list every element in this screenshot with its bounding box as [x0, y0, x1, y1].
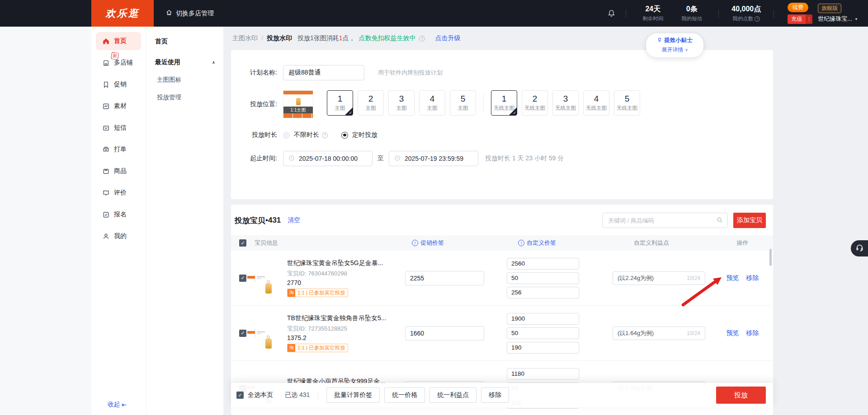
- product-title[interactable]: TB世纪缘珠宝黄金独角兽吊坠女5...: [287, 314, 394, 322]
- radio-scheduled[interactable]: [341, 132, 348, 139]
- benefit-input[interactable]: (以2.24g为例)10/24: [613, 271, 705, 285]
- position-card-wireless-1[interactable]: 1无线主图: [491, 90, 517, 116]
- time-range-row: 起止时间: 2025-07-18 00:00:00 至 2025-07-19 2…: [245, 151, 773, 166]
- position-card-pc-5[interactable]: 5主图: [450, 90, 476, 116]
- table-scrollbar-thumb[interactable]: [769, 249, 772, 266]
- topbar-divider: [626, 9, 626, 18]
- sidebar-item-material[interactable]: 素材: [96, 97, 141, 115]
- batch-calc-button[interactable]: 批量计算价签: [326, 387, 380, 403]
- custom-price-input-2[interactable]: [507, 327, 579, 339]
- product-title[interactable]: 世纪缘珠宝黄金吊坠女5G足金暴...: [287, 259, 394, 267]
- start-time-picker[interactable]: 2025-07-18 00:00:00: [283, 151, 373, 166]
- sidebar-item-profile[interactable]: 我的: [96, 227, 141, 245]
- notification-bell-icon[interactable]: [607, 9, 616, 18]
- position-card-pc-3[interactable]: 3主图: [388, 90, 415, 116]
- topbar-divider-2: [718, 9, 719, 18]
- custom-price-input-3[interactable]: [507, 342, 579, 354]
- row-checkbox[interactable]: [239, 330, 246, 337]
- switch-store-button[interactable]: 切换多店管理: [165, 9, 214, 18]
- promo-price-input[interactable]: [405, 271, 484, 285]
- custom-price-input-3[interactable]: [507, 287, 579, 298]
- benefit-help-icon[interactable]: [419, 36, 425, 42]
- tip-title-row[interactable]: 提效小贴士: [646, 37, 703, 44]
- header-promo-price[interactable]: 促销价签: [401, 239, 507, 247]
- breadcrumb-parent[interactable]: 主图水印: [232, 34, 258, 42]
- header-custom-price[interactable]: 自定义价签: [507, 239, 591, 247]
- sidebar-item-label: 多店铺: [114, 59, 133, 67]
- position-card-wireless-5[interactable]: 5无线主图: [614, 90, 640, 116]
- row-checkbox[interactable]: [239, 275, 246, 282]
- position-card-wireless-3[interactable]: 3无线主图: [552, 90, 579, 116]
- select-all-checkbox[interactable]: [239, 239, 246, 247]
- main-content: 主图水印 / 投放水印 投放1张图消耗1点， 点数免扣权益生效中 点击升级 计划…: [223, 27, 868, 415]
- preview-link[interactable]: 预览: [726, 274, 739, 282]
- tip-expand-button[interactable]: 展开详情 ∨: [646, 46, 703, 54]
- custom-price-input-1[interactable]: [507, 368, 579, 380]
- points-stat: 40,000点 我的点数: [731, 5, 761, 22]
- sidebar-item-signup[interactable]: 报名: [96, 205, 141, 224]
- custom-price-input-1[interactable]: [507, 313, 579, 325]
- sidebar-item-home[interactable]: 首页: [96, 32, 141, 50]
- submenu-recent-group[interactable]: 最近使用 ∧: [146, 58, 223, 66]
- preview-link[interactable]: 预览: [726, 329, 739, 337]
- custom-price-input-2[interactable]: [507, 272, 579, 284]
- left-gutter: [0, 27, 91, 415]
- submenu-item-launch-manage[interactable]: 投放管理: [146, 93, 223, 102]
- position-preview-thumb[interactable]: 1:1主图: [283, 90, 313, 118]
- position-card-wireless-2[interactable]: 2无线主图: [522, 90, 548, 116]
- position-card-wireless-4[interactable]: 4无线主图: [583, 90, 609, 116]
- search-icon[interactable]: [716, 216, 723, 224]
- renew-button[interactable]: 续费: [788, 3, 808, 12]
- product-image[interactable]: [255, 274, 255, 282]
- thumb-pendant: [296, 98, 301, 105]
- sidebar-item-goods[interactable]: 商品: [96, 162, 141, 180]
- submenu-item-main-image-icon[interactable]: 主图图标: [146, 76, 223, 84]
- recharge-more-icon[interactable]: ⋮: [806, 14, 812, 24]
- launch-button[interactable]: 投放: [716, 387, 766, 404]
- plan-name-input[interactable]: [283, 65, 364, 80]
- breadcrumb-separator: /: [261, 35, 263, 42]
- radio-unlimited-label[interactable]: 不限时长: [294, 131, 319, 139]
- product-image[interactable]: [255, 329, 255, 337]
- position-card-pc-4[interactable]: 4主图: [419, 90, 445, 116]
- collapse-sidebar-button[interactable]: 收起 ⇤: [108, 401, 127, 409]
- promo-price-input[interactable]: [405, 326, 484, 340]
- app-logo: 欢乐逛: [91, 0, 154, 27]
- radio-unlimited[interactable]: [283, 132, 290, 139]
- item-search-input[interactable]: [602, 213, 728, 228]
- customer-service-button[interactable]: [851, 240, 868, 256]
- select-all-page-checkbox[interactable]: [236, 392, 244, 399]
- clear-all-link[interactable]: 清空: [288, 216, 300, 224]
- position-card-pc-1[interactable]: 1主图: [327, 90, 353, 116]
- submenu-home[interactable]: 首页: [146, 27, 223, 46]
- remove-link[interactable]: 移除: [746, 329, 759, 337]
- sidebar-item-sms[interactable]: 短信: [96, 119, 141, 137]
- upgrade-link[interactable]: 点击升级: [435, 34, 460, 42]
- sidebar-item-multistore[interactable]: 多店铺 新: [96, 54, 141, 72]
- select-all-label[interactable]: 全选本页: [248, 391, 273, 399]
- custom-info-icon[interactable]: [518, 240, 524, 246]
- points-help-icon[interactable]: [755, 16, 760, 22]
- position-card-pc-2[interactable]: 2主图: [358, 90, 384, 116]
- unify-benefit-button[interactable]: 统一利益点: [429, 387, 476, 403]
- sidebar-item-print[interactable]: 打单: [96, 140, 141, 159]
- caret-down-icon: ▼: [854, 17, 858, 21]
- remaining-days-value: 24天: [639, 5, 667, 14]
- account-dropdown[interactable]: 世纪缘珠宝... ▼: [818, 15, 858, 23]
- custom-price-input-1[interactable]: [507, 258, 579, 270]
- promo-info-icon[interactable]: [412, 240, 418, 246]
- add-item-button[interactable]: 添加宝贝: [733, 213, 766, 228]
- sidebar-item-review[interactable]: 评价: [96, 184, 141, 202]
- unlimited-help-icon[interactable]: [322, 132, 328, 138]
- remove-link[interactable]: 移除: [746, 274, 759, 282]
- end-time-picker[interactable]: 2025-07-19 23:59:59: [389, 151, 478, 166]
- header-action: 操作: [712, 239, 773, 247]
- sidebar-item-label: 我的: [114, 232, 127, 240]
- recharge-button[interactable]: 充值 ⋮: [788, 14, 812, 24]
- radio-scheduled-label[interactable]: 定时投放: [352, 131, 377, 139]
- sidebar-item-promotion[interactable]: 促销: [96, 75, 141, 93]
- unify-price-button[interactable]: 统一价格: [384, 387, 425, 403]
- batch-remove-button[interactable]: 移除: [481, 387, 509, 403]
- recharge-label[interactable]: 充值: [788, 14, 806, 24]
- benefit-input[interactable]: (以1.64g为例)10/24: [613, 326, 705, 340]
